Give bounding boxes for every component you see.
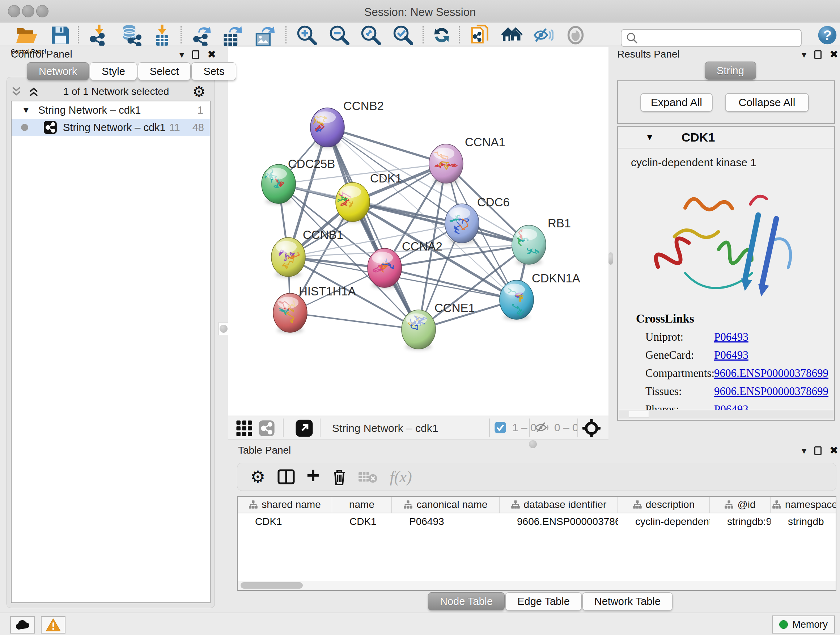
control-panel-float-icon[interactable] <box>192 50 199 59</box>
tab-string[interactable]: String <box>705 62 756 80</box>
import-table-button[interactable] <box>151 25 173 46</box>
column-header-database-identifier[interactable]: database identifier <box>500 497 618 513</box>
table-panel-collapse-icon[interactable]: ▾ <box>802 446 806 455</box>
homes-button[interactable] <box>501 25 523 46</box>
table-gear-icon[interactable]: ⚙ <box>250 469 265 485</box>
tree-expand-icon[interactable]: ▼ <box>22 105 30 115</box>
network-canvas[interactable]: CCNB2CCNA1CDC25BCDK1CDC6RB1CCNB1CCNA2CDK… <box>228 47 608 416</box>
selected-elements-indicator[interactable]: 1 – 0 <box>494 421 537 434</box>
left-splitter-handle[interactable] <box>218 322 229 335</box>
refresh-button[interactable] <box>431 25 452 46</box>
table-panel-float-icon[interactable] <box>814 447 821 455</box>
delete-column-icon[interactable] <box>332 468 347 486</box>
control-panel-collapse-icon[interactable]: ▾ <box>180 50 184 59</box>
column-type-icon <box>248 500 258 509</box>
network-node-CDKN1A[interactable]: CDKN1A <box>500 272 580 320</box>
expand-all-icon[interactable] <box>27 86 40 98</box>
table-h-scroll-thumb[interactable] <box>240 582 303 589</box>
results-scrollbar[interactable] <box>619 410 834 418</box>
table-row[interactable]: CDK1CDK1P064939606.ENSP00000378699cyclin… <box>238 513 836 530</box>
export-table-button[interactable] <box>220 25 245 46</box>
node-table[interactable]: shared namenamecanonical namedatabase id… <box>237 496 836 591</box>
table-panel: Table Panel ▾ ✖ ⚙ + f(x) shared namename… <box>228 440 840 613</box>
crosslink-link[interactable]: P06493 <box>714 348 748 362</box>
share-document-button[interactable] <box>470 25 492 46</box>
tab-sets[interactable]: Sets <box>191 62 236 80</box>
expand-all-button[interactable]: Expand All <box>640 93 713 112</box>
results-panel-close-icon[interactable]: ✖ <box>829 49 838 60</box>
network-collection-row[interactable]: ▼ String Network – cdk1 1 <box>11 101 210 119</box>
zoom-out-button[interactable] <box>328 25 351 46</box>
import-network-from-database-button[interactable] <box>117 25 145 46</box>
network-row[interactable]: String Network – cdk1 11 48 <box>11 119 210 136</box>
cloud-button[interactable] <box>10 616 35 633</box>
export-image-button[interactable] <box>253 25 278 46</box>
column-header-canonical-name[interactable]: canonical name <box>392 497 500 513</box>
search-field[interactable] <box>621 29 802 47</box>
table-cell[interactable]: CDK1 <box>332 513 392 530</box>
table-cell[interactable]: 9606.ENSP00000378699 <box>500 513 618 530</box>
results-panel-collapse-icon[interactable]: ▾ <box>802 50 806 59</box>
protein-card-header[interactable]: ▼ CDK1 <box>618 127 834 149</box>
function-builder-icon[interactable]: f(x) <box>390 468 412 486</box>
collapse-all-button[interactable]: Collapse All <box>725 93 809 112</box>
help-button[interactable]: ? <box>816 25 838 46</box>
tab-style[interactable]: Style <box>90 62 137 80</box>
search-input[interactable] <box>638 33 794 44</box>
network-node-CDC25B[interactable]: CDC25B <box>262 157 335 204</box>
network-overview-button[interactable] <box>258 420 275 438</box>
column-header--id[interactable]: @id <box>710 497 771 513</box>
homes-icon <box>501 26 523 44</box>
import-network-button[interactable] <box>88 25 111 46</box>
column-header-description[interactable]: description <box>618 497 710 513</box>
tab-select[interactable]: Select <box>138 62 191 80</box>
memory-button[interactable]: Memory <box>772 616 835 633</box>
table-h-scrollbar[interactable] <box>238 581 836 590</box>
control-panel-close-icon[interactable]: ✖ <box>207 49 216 60</box>
tab-node-table[interactable]: Node Table <box>428 592 505 610</box>
show-grid-button[interactable] <box>236 420 253 438</box>
zoom-fit-button[interactable] <box>359 25 382 46</box>
table-cell[interactable]: stringdb <box>771 513 836 530</box>
results-panel-float-icon[interactable] <box>814 50 821 59</box>
crosslink-link[interactable]: 9606.ENSP00000378699 <box>714 367 829 380</box>
network-node-HIST1H1A[interactable]: HIST1H1A <box>273 285 356 333</box>
crosslink-link[interactable]: 9606.ENSP00000378699 <box>714 385 829 398</box>
network-options-gear-icon[interactable]: ⚙ <box>193 84 205 99</box>
network-edge[interactable] <box>327 127 446 164</box>
warnings-button[interactable] <box>41 616 65 633</box>
network-node-CCNE1[interactable]: CCNE1 <box>401 301 475 350</box>
network-node-CCNA1[interactable]: CCNA1 <box>429 135 505 184</box>
network-node-RB1[interactable]: RB1 <box>512 217 571 265</box>
table-toolbar: ⚙ + f(x) <box>237 463 836 491</box>
zoom-in-button[interactable] <box>295 25 318 46</box>
card-collapse-icon[interactable]: ▼ <box>645 132 654 142</box>
export-network-button[interactable] <box>191 25 214 46</box>
network-edge[interactable] <box>290 313 418 329</box>
column-header-shared-name[interactable]: shared name <box>238 497 332 513</box>
collapse-all-icon[interactable] <box>10 86 22 98</box>
open-session-button[interactable] <box>15 25 39 46</box>
table-cell[interactable]: stringdb:9... <box>710 513 771 530</box>
column-header-namespace[interactable]: namespace <box>771 497 836 513</box>
tab-network[interactable]: Network <box>27 62 89 80</box>
split-columns-icon[interactable] <box>278 469 295 485</box>
save-session-button[interactable] <box>49 25 72 46</box>
toggle-visibility-button[interactable] <box>533 25 554 46</box>
column-header-name[interactable]: name <box>332 497 392 513</box>
table-cell[interactable]: cyclin-dependent ... <box>618 513 710 530</box>
tab-network-table[interactable]: Network Table <box>583 592 673 610</box>
birds-eye-toggle-button[interactable] <box>583 419 600 439</box>
tab-edge-table[interactable]: Edge Table <box>505 592 582 610</box>
table-cell[interactable]: CDK1 <box>238 513 332 530</box>
crosslink-link[interactable]: P06493 <box>714 331 748 344</box>
delete-table-icon[interactable] <box>358 470 377 484</box>
table-cell[interactable]: P06493 <box>392 513 500 530</box>
preview-eye-button[interactable] <box>565 25 586 46</box>
add-column-icon[interactable]: + <box>306 464 319 486</box>
hidden-elements-indicator[interactable]: 0 – 0 <box>535 421 578 434</box>
detach-view-button[interactable] <box>295 419 313 439</box>
zoom-selected-button[interactable] <box>392 25 414 46</box>
protein-result-card: ▼ CDK1 cyclin-dependent kinase 1 CrossLi… <box>617 126 835 421</box>
table-panel-close-icon[interactable]: ✖ <box>829 445 838 456</box>
